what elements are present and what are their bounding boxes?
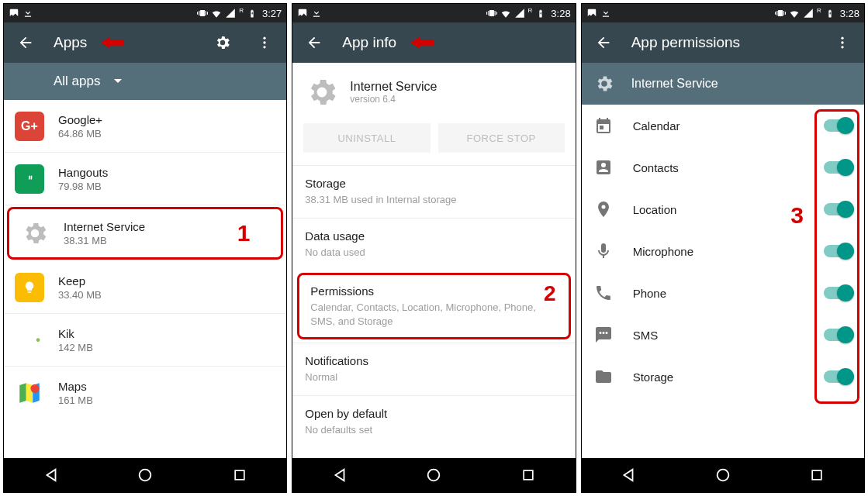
status-bar: R 3:27 — [4, 4, 286, 22]
svg-point-6 — [428, 470, 440, 481]
signal-icon — [514, 8, 525, 19]
nav-bar — [4, 458, 286, 492]
perm-toggle[interactable] — [824, 245, 852, 257]
nav-bar — [582, 458, 864, 492]
gear-icon — [594, 74, 614, 94]
uninstall-button[interactable]: UNINSTALL — [303, 123, 430, 153]
perm-row-microphone: Microphone — [582, 230, 864, 272]
app-name: Keep — [58, 274, 102, 288]
filter-dropdown[interactable]: All apps — [4, 63, 286, 100]
nav-bar — [292, 458, 575, 492]
chevron-down-icon — [114, 78, 122, 85]
notif-download-icon — [22, 8, 33, 19]
app-bar: App info — [292, 22, 575, 63]
svg-point-1 — [264, 41, 266, 43]
app-size: 64.86 MB — [58, 128, 102, 140]
svg-point-2 — [264, 46, 266, 48]
back-button[interactable] — [590, 29, 617, 57]
clock: 3:28 — [840, 8, 859, 19]
app-row-kik[interactable]: kik• Kik 142 MB — [4, 314, 286, 367]
perm-label: Microphone — [633, 245, 804, 258]
nav-home-button[interactable] — [418, 460, 449, 491]
settings-gear-button[interactable] — [209, 29, 237, 57]
perm-toggle[interactable] — [824, 329, 852, 341]
svg-point-0 — [264, 37, 266, 40]
app-size: 38.31 MB — [64, 235, 145, 246]
perm-label: Phone — [633, 287, 804, 300]
wifi-icon — [789, 8, 800, 19]
section-subtitle: No data used — [305, 246, 562, 260]
section-data-usage[interactable]: Data usage No data used — [292, 218, 575, 270]
app-row-keep[interactable]: Keep 33.40 MB — [4, 261, 286, 314]
app-row-maps[interactable]: Maps 161 MB — [4, 367, 286, 419]
battery-icon — [535, 8, 546, 19]
perm-label: Contacts — [633, 161, 804, 174]
app-header: Internet Service version 6.4 — [292, 63, 575, 117]
nav-back-button[interactable] — [324, 460, 355, 491]
nav-home-button[interactable] — [130, 460, 161, 491]
app-name: Internet Service — [64, 220, 145, 233]
app-name: Maps — [58, 380, 93, 393]
keep-icon — [15, 273, 44, 302]
svg-rect-7 — [524, 470, 533, 480]
perm-label: Location — [633, 203, 804, 216]
notif-download-icon — [311, 8, 322, 19]
force-stop-button[interactable]: FORCE STOP — [438, 123, 565, 153]
nav-back-button[interactable] — [613, 460, 644, 491]
perm-toggle[interactable] — [824, 161, 852, 174]
folder-icon — [594, 367, 613, 386]
nav-home-button[interactable] — [707, 460, 738, 491]
screen-apps: R 3:27 Apps All apps G+ Google+ 64.86 MB — [3, 3, 287, 493]
kik-icon: kik• — [15, 326, 44, 355]
svg-rect-5 — [235, 470, 244, 480]
section-title: Storage — [305, 177, 562, 190]
apps-list: G+ Google+ 64.86 MB Hangouts 79.98 MB In… — [4, 100, 286, 458]
app-row-googleplus[interactable]: G+ Google+ 64.86 MB — [4, 100, 286, 153]
contacts-icon — [594, 158, 613, 177]
service-header: Internet Service — [582, 63, 864, 105]
section-permissions[interactable]: Permissions Calendar, Contacts, Location… — [297, 273, 570, 339]
section-storage[interactable]: Storage 38.31 MB used in Internal storag… — [292, 165, 575, 218]
section-title: Open by default — [305, 407, 562, 420]
googleplus-icon: G+ — [15, 112, 44, 141]
clock: 3:28 — [551, 8, 570, 19]
section-notifications[interactable]: Notifications Normal — [292, 343, 575, 395]
nav-recent-button[interactable] — [801, 460, 832, 491]
sms-icon — [594, 326, 613, 344]
annotation-arrow — [101, 36, 124, 49]
notif-image-icon — [586, 8, 597, 19]
nav-recent-button[interactable] — [224, 460, 255, 491]
battery-icon — [247, 8, 258, 19]
battery-icon — [825, 8, 835, 19]
section-subtitle: Normal — [305, 370, 562, 384]
perm-toggle[interactable] — [824, 370, 852, 383]
app-row-internet-service[interactable]: Internet Service 38.31 MB 1 — [7, 207, 283, 260]
gear-icon — [20, 219, 50, 248]
wifi-icon — [211, 8, 222, 19]
perm-row-storage: Storage — [582, 356, 864, 398]
annotation-number: 1 — [237, 220, 251, 246]
app-row-hangouts[interactable]: Hangouts 79.98 MB — [4, 153, 286, 205]
overflow-menu-button[interactable] — [828, 29, 856, 57]
perm-toggle[interactable] — [824, 119, 852, 132]
notif-download-icon — [600, 8, 611, 19]
calendar-icon — [594, 116, 613, 135]
notif-image-icon — [9, 8, 19, 19]
nav-recent-button[interactable] — [513, 460, 544, 491]
perm-toggle[interactable] — [824, 203, 852, 215]
app-name: Google+ — [58, 113, 102, 126]
section-open-default[interactable]: Open by default No defaults set — [292, 395, 575, 448]
annotation-arrow — [410, 36, 434, 49]
app-version: version 6.4 — [350, 94, 437, 105]
permissions-list: Calendar Contacts Location Microphone Ph… — [582, 105, 864, 458]
perm-toggle[interactable] — [824, 287, 852, 299]
app-bar: App permissions — [582, 22, 864, 63]
back-button[interactable] — [12, 29, 40, 57]
svg-point-11 — [717, 470, 728, 481]
overflow-menu-button[interactable] — [251, 29, 278, 57]
vibrate-icon — [775, 8, 786, 19]
back-button[interactable] — [300, 29, 328, 57]
svg-point-3 — [30, 384, 39, 393]
section-title: Permissions — [310, 284, 557, 298]
nav-back-button[interactable] — [36, 460, 67, 491]
